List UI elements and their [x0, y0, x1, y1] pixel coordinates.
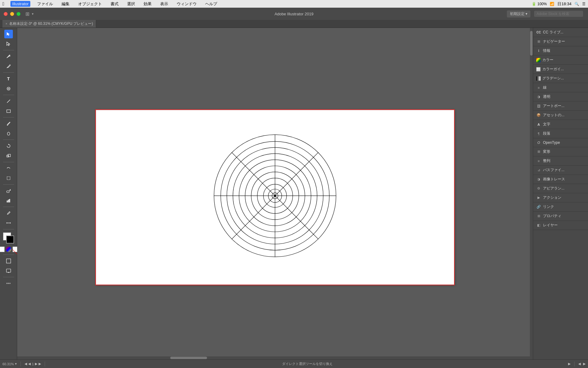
vscrollbar[interactable] — [530, 28, 533, 359]
panel-header-transparency[interactable]: ◑ 透明 — [533, 92, 588, 101]
eyedropper-tool[interactable] — [4, 209, 13, 217]
warp-tool[interactable] — [4, 164, 13, 173]
document-tab[interactable]: × 名称未設定-3* @ 60.31% (CMYK/GPU プレビュー) — [2, 20, 96, 28]
rotate-tool[interactable] — [4, 142, 13, 150]
panel-transparency: ◑ 透明 — [533, 92, 588, 102]
color-label: カラー — [542, 57, 585, 63]
panel-header-align[interactable]: ≡ 整列 — [533, 156, 588, 165]
menu-select[interactable]: 選択 — [125, 1, 137, 7]
screen-mode-btn[interactable] — [4, 266, 13, 275]
pencil-tool[interactable] — [4, 62, 13, 71]
panel-header-layers[interactable]: ◧ レイヤー — [533, 221, 588, 230]
menu-file[interactable]: ファイル — [35, 1, 55, 7]
svg-rect-20 — [6, 269, 11, 272]
fill-none-btn[interactable] — [0, 247, 5, 252]
panel-header-colorguide[interactable]: カラーガイ... — [533, 65, 588, 74]
panel-header-appearance[interactable]: ⚙ アピアラン... — [533, 184, 588, 193]
scale-tool[interactable] — [4, 151, 13, 160]
draw-mode-btn[interactable] — [4, 257, 13, 265]
measure-tool[interactable] — [4, 219, 13, 227]
panel-header-opentype[interactable]: O OpenType — [533, 138, 588, 147]
status-sep1 — [21, 362, 21, 366]
stock-search[interactable] — [534, 11, 583, 17]
hscrollbar-thumb[interactable] — [170, 357, 207, 359]
panel-color: カラー — [533, 56, 588, 65]
scroll-right-btn[interactable]: ▶ — [583, 362, 586, 366]
rectangle-tool[interactable] — [4, 107, 13, 115]
play-btn[interactable]: ▶ — [568, 362, 571, 366]
vscrollbar-thumb[interactable] — [530, 31, 533, 56]
paintbrush-tool[interactable] — [4, 119, 13, 128]
artboard — [96, 110, 454, 285]
paragraph-icon: ¶ — [536, 131, 541, 136]
selection-tool[interactable] — [4, 30, 13, 38]
panel-header-assets[interactable]: 📦 アセットの... — [533, 111, 588, 120]
panel-header-stroke[interactable]: ≡ 線 — [533, 83, 588, 92]
menu-window[interactable]: ウィンドウ — [175, 1, 198, 7]
touch-type-tool[interactable] — [4, 84, 13, 93]
apple-menu[interactable]:  — [2, 1, 4, 7]
panel-header-info[interactable]: ℹ 情報 — [533, 46, 588, 55]
tab-close-icon[interactable]: × — [6, 22, 7, 25]
panel-header-properties[interactable]: ⊞ プロパティ — [533, 212, 588, 220]
panel-header-cc[interactable]: CC CC ライブ... — [533, 28, 588, 37]
panel-header-artboard[interactable]: 🖼 アートボー... — [533, 102, 588, 110]
panel-align: ≡ 整列 — [533, 156, 588, 166]
properties-icon: ⊞ — [536, 214, 541, 219]
blob-brush-tool[interactable] — [4, 129, 13, 138]
statusbar: 60.31% ▾ ◀ ◀ 1 ▶ ▶ ダイレクト選択ツールを切り換え ▶ ◀ ▶ — [0, 359, 588, 368]
panel-header-gradient[interactable]: グラデーシ... — [533, 74, 588, 83]
stroke-color[interactable] — [6, 236, 14, 243]
page-next-icon[interactable]: ▶ — [39, 362, 41, 366]
panel-header-actions[interactable]: ▶ アクション — [533, 193, 588, 202]
svg-point-12 — [10, 189, 10, 190]
panel-header-transform[interactable]: ⊞ 変形 — [533, 147, 588, 156]
info-label: 情報 — [543, 48, 585, 53]
close-button[interactable] — [4, 12, 8, 16]
menu-type[interactable]: 書式 — [109, 1, 120, 7]
prev-page-btn[interactable]: ◀ — [28, 362, 31, 366]
preset-button[interactable]: 初期設定 ▾ — [507, 10, 530, 17]
type-tool[interactable]: T — [4, 75, 13, 83]
panel-header-paragraph[interactable]: ¶ 段落 — [533, 129, 588, 138]
menu-search[interactable]: 🔍 — [575, 2, 579, 6]
page-number: 1 — [32, 362, 34, 366]
zoom-dropdown-icon[interactable]: ▾ — [15, 362, 17, 366]
panel-header-imagetrace[interactable]: ◑ 画像トレース — [533, 175, 588, 184]
character-label: 文字 — [543, 122, 585, 127]
menu-effect[interactable]: 効果 — [142, 1, 153, 7]
menu-object[interactable]: オブジェクト — [76, 1, 104, 7]
maximize-button[interactable] — [17, 12, 21, 16]
minimize-button[interactable] — [10, 12, 14, 16]
menu-help[interactable]: ヘルプ — [203, 1, 219, 7]
gradient-btn[interactable] — [6, 247, 11, 252]
scroll-left-btn[interactable]: ◀ — [578, 362, 581, 366]
symbol-sprayer-tool[interactable] — [4, 186, 13, 195]
workspace-dropdown[interactable]: ▾ — [32, 12, 34, 16]
more-tools[interactable]: ••• — [4, 279, 13, 288]
pen-tool[interactable] — [4, 52, 13, 61]
transparency-icon: ◑ — [536, 94, 541, 99]
svg-rect-19 — [6, 259, 11, 263]
menu-notification[interactable]: ☰ — [582, 2, 586, 6]
menu-edit[interactable]: 編集 — [60, 1, 71, 7]
panel-header-color[interactable]: カラー — [533, 56, 588, 64]
column-graph-tool[interactable] — [4, 196, 13, 205]
panel-header-nav[interactable]: ⊞ ナビゲーター — [533, 37, 588, 46]
panel-header-links[interactable]: 🔗 リンク — [533, 202, 588, 211]
cc-label: CC ライブ... — [543, 30, 585, 35]
panel-header-pathfinder[interactable]: ⊿ パスファイ... — [533, 166, 588, 174]
free-transform-tool[interactable] — [4, 174, 13, 182]
transform-label: 変形 — [543, 149, 585, 154]
hscrollbar[interactable] — [17, 356, 530, 359]
menu-view[interactable]: 表示 — [158, 1, 170, 7]
direct-selection-tool[interactable] — [4, 40, 13, 48]
next-page-btn[interactable]: ▶ — [35, 362, 37, 366]
page-prev-icon[interactable]: ◀ — [24, 362, 27, 366]
tool-sep7 — [3, 184, 14, 185]
align-icon: ≡ — [536, 159, 541, 163]
line-tool[interactable] — [4, 97, 13, 105]
panel-header-character[interactable]: A 文字 — [533, 120, 588, 129]
menu-illustrator[interactable]: Illustrator — [10, 1, 30, 7]
color-controls[interactable] — [3, 232, 14, 243]
